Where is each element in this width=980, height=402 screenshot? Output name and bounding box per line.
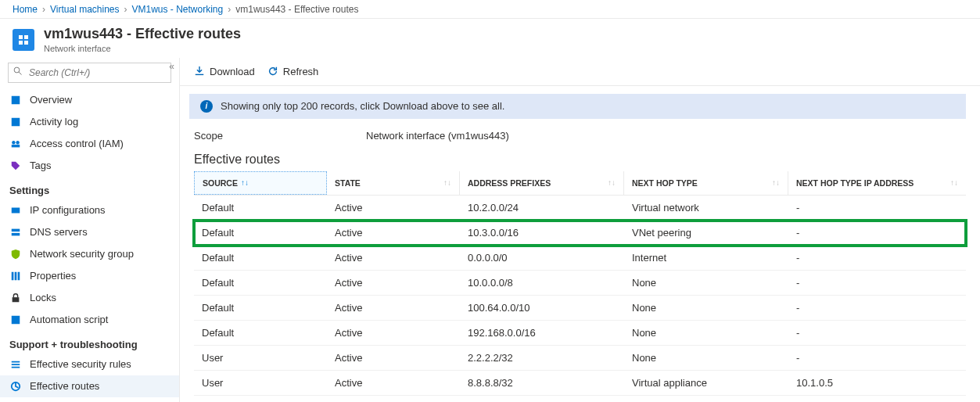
sidebar-item-activity-log[interactable]: Activity log [0,111,179,133]
svg-rect-9 [12,233,20,236]
globe-icon [9,94,22,106]
cell-source: Default [194,271,327,295]
col-header-label: ADDRESS PREFIXES [468,178,551,188]
cell-source: Default [194,246,327,270]
sidebar-item-locks[interactable]: Locks [0,287,179,309]
sidebar-item-label: Properties [30,270,76,282]
table-row[interactable]: DefaultActive10.0.0.0/8None- [194,271,966,296]
main-content: Download Refresh i Showing only top 200 … [180,58,980,402]
col-header-label: NEXT HOP TYPE IP ADDRESS [796,178,914,188]
sidebar-item-tags[interactable]: Tags [0,155,179,177]
sidebar-item-label: Activity log [30,116,78,127]
collapse-sidebar-button[interactable]: « [169,61,174,72]
table-title: Effective routes [180,145,980,171]
cell-prefix: 192.168.0.0/16 [460,321,624,345]
col-header-source[interactable]: SOURCE ↑↓ [194,171,327,195]
table-row[interactable]: UserActive8.8.8.8/32Virtual appliance10.… [194,371,966,396]
breadcrumb-current: vm1wus443 - Effective routes [235,4,358,15]
cell-ip: - [788,246,966,270]
cell-source: Default [194,221,327,245]
breadcrumb-vms[interactable]: Virtual machines [50,4,120,15]
svg-rect-6 [12,145,20,148]
cell-state: Active [327,221,460,245]
table-row[interactable]: UserActive1.2.3.4/32Virtual appliance10.… [194,396,966,402]
security-rules-icon [9,358,22,371]
sidebar-item-overview[interactable]: Overview [0,89,179,111]
sidebar-item-nsg[interactable]: Network security group [0,243,179,265]
sidebar-item-label: Access control (IAM) [30,138,124,149]
sort-icon: ↑↓ [772,178,780,187]
table-row[interactable]: DefaultActive192.168.0.0/16None- [194,321,966,346]
sidebar-item-label: Overview [30,94,72,106]
sidebar-item-effective-security-rules[interactable]: Effective security rules [0,354,179,375]
cell-source: Default [194,321,327,345]
cell-ip: - [788,321,966,345]
table-row[interactable]: DefaultActive0.0.0.0/0Internet- [194,246,966,271]
info-icon: i [200,100,213,113]
breadcrumb: Home › Virtual machines › VM1wus - Netwo… [0,0,980,19]
svg-rect-2 [12,96,20,105]
download-button[interactable]: Download [194,66,255,77]
svg-point-0 [14,67,20,73]
cell-source: Default [194,196,327,220]
cell-source: Default [194,296,327,320]
lock-icon [9,292,22,304]
sort-icon: ↑↓ [608,178,616,187]
sidebar-item-properties[interactable]: Properties [0,265,179,287]
cell-prefix: 10.2.0.0/24 [460,196,624,220]
cell-state: Active [327,321,460,345]
col-header-address-prefixes[interactable]: ADDRESS PREFIXES ↑↓ [460,171,624,195]
chevron-right-icon: › [124,4,127,15]
sidebar-item-effective-routes[interactable]: Effective routes [0,375,179,397]
properties-icon [9,270,22,282]
sort-asc-icon: ↑↓ [241,178,249,187]
page-title: vm1wus443 - Effective routes [44,27,241,42]
cell-nexthop: Virtual appliance [624,371,788,395]
refresh-button[interactable]: Refresh [267,66,319,77]
sidebar-group-settings: Settings [0,177,179,199]
cell-state: Active [327,396,460,402]
routes-table: SOURCE ↑↓ STATE ↑↓ ADDRESS PREFIXES ↑↓ N… [194,171,966,402]
table-row[interactable]: UserActive2.2.2.2/32None- [194,346,966,371]
search-box[interactable] [8,63,171,83]
scope-value: Network interface (vm1wus443) [366,130,509,142]
cell-nexthop: Internet [624,246,788,270]
cell-nexthop: Virtual appliance [624,396,788,402]
svg-point-5 [16,141,19,144]
cell-ip: - [788,346,966,370]
cell-state: Active [327,346,460,370]
table-row[interactable]: DefaultActive100.64.0.0/10None- [194,296,966,321]
scope-label: Scope [194,130,366,142]
sidebar-item-dns-servers[interactable]: DNS servers [0,221,179,243]
info-banner-text: Showing only top 200 records, click Down… [221,100,505,112]
sidebar-item-ip-configurations[interactable]: IP configurations [0,199,179,221]
col-header-state[interactable]: STATE ↑↓ [327,171,460,195]
page-header: vm1wus443 - Effective routes Network int… [0,19,980,58]
sidebar-item-iam[interactable]: Access control (IAM) [0,133,179,155]
breadcrumb-home[interactable]: Home [13,4,38,15]
svg-rect-3 [12,118,20,127]
sidebar-item-automation-script[interactable]: Automation script [0,309,179,331]
cell-prefix: 8.8.8.8/32 [460,371,624,395]
breadcrumb-nic[interactable]: VM1wus - Networking [132,4,224,15]
cell-prefix: 10.3.0.0/16 [460,221,624,245]
chevron-right-icon: › [42,4,45,15]
table-row[interactable]: DefaultActive10.3.0.0/16VNet peering- [194,221,966,246]
info-banner: i Showing only top 200 records, click Do… [189,94,966,119]
cell-prefix: 100.64.0.0/10 [460,296,624,320]
cell-ip: 10.1.0.4 [788,396,966,402]
tag-icon [9,160,22,172]
people-icon [9,138,22,150]
svg-rect-11 [15,272,17,281]
search-input[interactable] [27,66,166,79]
scope-row: Scope Network interface (vm1wus443) [180,122,980,145]
table-row[interactable]: DefaultActive10.2.0.0/24Virtual network- [194,196,966,221]
cell-nexthop: VNet peering [624,221,788,245]
table-header-row: SOURCE ↑↓ STATE ↑↓ ADDRESS PREFIXES ↑↓ N… [194,171,966,196]
svg-rect-7 [12,207,20,213]
cell-state: Active [327,246,460,270]
svg-point-4 [12,141,15,144]
col-header-next-hop-type[interactable]: NEXT HOP TYPE ↑↓ [624,171,788,195]
col-header-next-hop-ip[interactable]: NEXT HOP TYPE IP ADDRESS ↑↓ [788,171,966,195]
sidebar-item-label: Effective security rules [30,358,131,370]
